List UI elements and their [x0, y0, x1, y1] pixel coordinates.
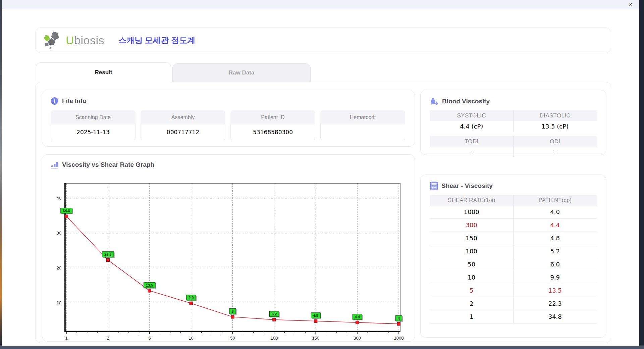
file-info-field-label: Scanning Date [51, 110, 136, 124]
shear-viscosity-title-row: Shear - Viscosity [430, 182, 597, 190]
shear-table-row: 3004.4 [430, 219, 597, 232]
svg-text:13.5: 13.5 [146, 283, 153, 287]
patient-viscosity-cell: 9.9 [514, 271, 597, 284]
viscosity-chart: 102030401251050100150300100034.822.313.5… [44, 181, 413, 342]
blood-table-value-cell: 13.5 (cP) [514, 121, 597, 132]
patient-viscosity-cell: 6.0 [514, 258, 597, 271]
blood-table-value-cell: 4.4 (cP) [430, 121, 514, 132]
blood-table-value-cell: – [514, 147, 597, 158]
blood-table-value-row: –– [430, 147, 597, 158]
blood-viscosity-card: Blood Viscosity SYSTOLICDIASTOLIC4.4 (cP… [420, 90, 606, 155]
shear-viscosity-title: Shear - Viscosity [441, 182, 493, 190]
logo-text-rest: biosis [74, 34, 104, 47]
app-title: 스캐닝 모세관 점도계 [118, 35, 195, 46]
patient-viscosity-cell: 4.8 [514, 232, 597, 245]
shear-table-row: 134.8 [430, 310, 597, 323]
calculator-icon [430, 182, 438, 190]
graph-title: Viscosity vs Shear Rate Graph [62, 161, 154, 168]
shear-table-header: SHEAR RATE(1/s) PATIENT(cp) [430, 195, 597, 206]
svg-text:6: 6 [231, 309, 233, 313]
blood-table-header-cell: SYSTOLIC [430, 110, 514, 121]
svg-text:20: 20 [57, 265, 61, 270]
shear-table-row: 506.0 [430, 258, 597, 271]
blood-table-value-cell: – [430, 147, 514, 158]
blood-viscosity-title-row: Blood Viscosity [430, 97, 597, 106]
svg-text:5.2: 5.2 [272, 312, 277, 316]
svg-text:22.3: 22.3 [104, 252, 111, 256]
header-card: Ubiosis 스캐닝 모세관 점도계 [35, 28, 611, 53]
file-info-title-row: File Info [51, 97, 406, 105]
logo-letter-u: U [66, 34, 74, 47]
file-info-fields: Scanning Date2025-11-13Assembly000717712… [51, 110, 406, 140]
file-info-field: Assembly000717712 [141, 110, 225, 140]
tab-raw-data[interactable]: Raw Data [172, 63, 311, 82]
file-info-field-value: 2025-11-13 [51, 124, 136, 140]
shear-viscosity-card: Shear - Viscosity SHEAR RATE(1/s) PATIEN… [420, 174, 606, 338]
shear-rate-cell: 1000 [430, 206, 514, 218]
shear-table-row: 1005.2 [430, 245, 597, 258]
file-info-field-value [320, 124, 405, 140]
ubiosis-logo-text: Ubiosis [66, 34, 104, 47]
info-icon [51, 97, 59, 105]
svg-text:30: 30 [57, 231, 61, 236]
shear-rate-cell: 100 [430, 245, 514, 258]
ubiosis-logo: Ubiosis [43, 31, 104, 50]
blood-viscosity-title: Blood Viscosity [442, 98, 490, 105]
svg-text:4.4: 4.4 [355, 315, 360, 319]
file-info-field-label: Assembly [141, 110, 225, 124]
file-info-field: Scanning Date2025-11-13 [51, 110, 136, 140]
svg-text:9.9: 9.9 [189, 296, 194, 300]
blood-table-gap [430, 132, 597, 136]
window-titlebar: ✕ [2, 0, 639, 9]
svg-text:5: 5 [148, 336, 151, 341]
tab-result[interactable]: Result [36, 62, 171, 82]
blood-table-value-row: 4.4 (cP)13.5 (cP) [430, 121, 597, 132]
shear-rate-cell: 2 [430, 297, 514, 310]
shear-rate-cell: 1 [430, 310, 514, 323]
shear-table-row: 10004.0 [430, 206, 597, 219]
desktop-bottom-strip [0, 345, 644, 349]
patient-viscosity-cell: 4.0 [514, 206, 597, 218]
bar-chart-icon [51, 161, 59, 169]
blood-table-header-cell: TODI [430, 136, 514, 147]
blood-table-header-row: TODIODI [430, 136, 597, 147]
blood-table-header-row: SYSTOLICDIASTOLIC [430, 110, 597, 121]
svg-text:50: 50 [230, 336, 235, 341]
patient-viscosity-cell: 5.2 [514, 245, 597, 258]
file-info-field-label: Hematocrit [320, 110, 405, 124]
patient-column-header: PATIENT(cp) [514, 195, 597, 206]
shear-viscosity-table: SHEAR RATE(1/s) PATIENT(cp) 10004.03004.… [430, 195, 597, 323]
blood-viscosity-table: SYSTOLICDIASTOLIC4.4 (cP)13.5 (cP)TODIOD… [430, 110, 597, 158]
svg-text:2: 2 [107, 336, 109, 341]
blood-table-header-cell: DIASTOLIC [514, 110, 597, 121]
svg-text:10: 10 [57, 300, 61, 305]
shear-rate-cell: 150 [430, 232, 514, 245]
shear-table-row: 222.3 [430, 297, 597, 310]
shear-rate-cell: 5 [430, 284, 514, 297]
close-icon[interactable]: ✕ [627, 1, 634, 8]
svg-text:1: 1 [65, 336, 67, 341]
svg-text:100: 100 [271, 336, 278, 341]
shear-rate-cell: 10 [430, 271, 514, 284]
patient-viscosity-cell: 13.5 [514, 284, 597, 297]
shear-rate-cell: 300 [430, 219, 514, 232]
file-info-field: Hematocrit [320, 110, 405, 140]
patient-viscosity-cell: 4.4 [514, 219, 597, 232]
screen: ✕ Ubiosis 스캐닝 모세관 점도계 Result Raw Data [0, 0, 644, 349]
shear-table-body: 10004.03004.41504.81005.2506.0109.9513.5… [430, 206, 597, 323]
svg-text:150: 150 [312, 336, 319, 341]
shear-rate-cell: 50 [430, 258, 514, 271]
file-info-card: File Info Scanning Date2025-11-13Assembl… [42, 90, 415, 147]
svg-text:40: 40 [57, 196, 61, 201]
graph-title-row: Viscosity vs Shear Rate Graph [51, 161, 406, 169]
file-info-field: Patient ID53168580300 [230, 110, 315, 140]
file-info-field-label: Patient ID [230, 110, 315, 124]
svg-text:4: 4 [398, 316, 400, 320]
file-info-field-value: 000717712 [141, 124, 225, 140]
svg-text:10: 10 [189, 336, 193, 341]
svg-text:1000: 1000 [394, 336, 404, 341]
desktop-right-strip [639, 0, 644, 346]
file-info-title: File Info [62, 97, 87, 105]
file-info-field-value: 53168580300 [230, 124, 315, 140]
shear-table-row: 513.5 [430, 284, 597, 297]
